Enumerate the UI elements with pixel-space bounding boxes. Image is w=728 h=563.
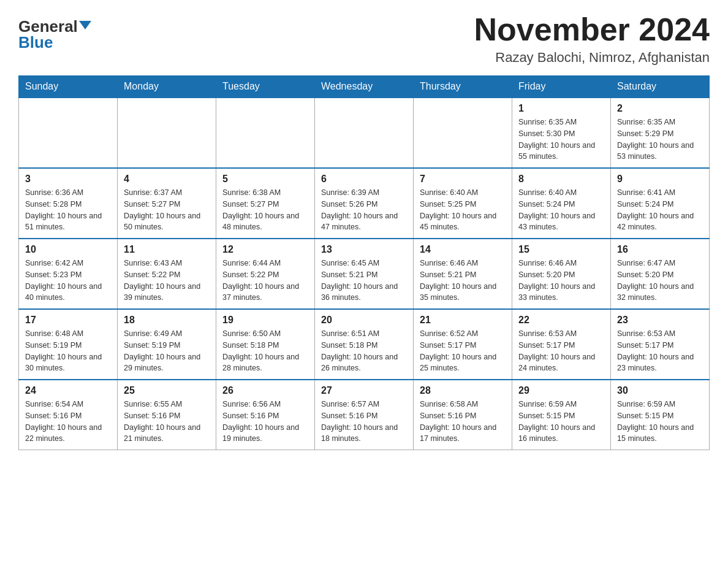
cell-day-number: 8 — [518, 174, 604, 185]
calendar-row: 3Sunrise: 6:36 AMSunset: 5:28 PMDaylight… — [19, 168, 710, 239]
calendar-row: 10Sunrise: 6:42 AMSunset: 5:23 PMDayligh… — [19, 239, 710, 309]
calendar-cell: 26Sunrise: 6:56 AMSunset: 5:16 PMDayligh… — [216, 380, 315, 450]
cell-day-number: 26 — [222, 385, 308, 396]
cell-sun-info: Sunrise: 6:58 AMSunset: 5:16 PMDaylight:… — [420, 399, 506, 445]
logo: General Blue — [18, 18, 91, 50]
cell-sun-info: Sunrise: 6:46 AMSunset: 5:21 PMDaylight:… — [420, 258, 506, 304]
calendar-cell: 1Sunrise: 6:35 AMSunset: 5:30 PMDaylight… — [512, 98, 611, 168]
calendar-cell: 27Sunrise: 6:57 AMSunset: 5:16 PMDayligh… — [315, 380, 414, 450]
calendar-cell: 7Sunrise: 6:40 AMSunset: 5:25 PMDaylight… — [414, 168, 512, 239]
calendar-cell: 6Sunrise: 6:39 AMSunset: 5:26 PMDaylight… — [315, 168, 414, 239]
cell-day-number: 15 — [518, 244, 604, 255]
cell-sun-info: Sunrise: 6:39 AMSunset: 5:26 PMDaylight:… — [321, 187, 407, 233]
calendar-cell: 8Sunrise: 6:40 AMSunset: 5:24 PMDaylight… — [512, 168, 611, 239]
cell-day-number: 7 — [420, 174, 506, 185]
cell-sun-info: Sunrise: 6:54 AMSunset: 5:16 PMDaylight:… — [25, 399, 111, 445]
cell-sun-info: Sunrise: 6:53 AMSunset: 5:17 PMDaylight:… — [617, 328, 703, 374]
cell-day-number: 6 — [321, 174, 407, 185]
calendar-cell — [19, 98, 118, 168]
cell-sun-info: Sunrise: 6:52 AMSunset: 5:17 PMDaylight:… — [420, 328, 506, 374]
cell-day-number: 3 — [25, 174, 111, 185]
calendar-cell: 15Sunrise: 6:46 AMSunset: 5:20 PMDayligh… — [512, 239, 611, 309]
cell-day-number: 25 — [124, 385, 210, 396]
page-subtitle: Razay Balochi, Nimroz, Afghanistan — [474, 50, 710, 66]
calendar-cell: 4Sunrise: 6:37 AMSunset: 5:27 PMDaylight… — [118, 168, 216, 239]
calendar-cell: 18Sunrise: 6:49 AMSunset: 5:19 PMDayligh… — [118, 309, 216, 380]
calendar-cell: 14Sunrise: 6:46 AMSunset: 5:21 PMDayligh… — [414, 239, 512, 309]
weekday-header: Friday — [512, 76, 611, 98]
calendar-cell: 19Sunrise: 6:50 AMSunset: 5:18 PMDayligh… — [216, 309, 315, 380]
cell-day-number: 5 — [222, 174, 308, 185]
cell-sun-info: Sunrise: 6:36 AMSunset: 5:28 PMDaylight:… — [25, 187, 111, 233]
cell-day-number: 4 — [124, 174, 210, 185]
cell-day-number: 19 — [222, 315, 308, 326]
cell-sun-info: Sunrise: 6:38 AMSunset: 5:27 PMDaylight:… — [222, 187, 308, 233]
cell-sun-info: Sunrise: 6:57 AMSunset: 5:16 PMDaylight:… — [321, 399, 407, 445]
calendar-cell: 24Sunrise: 6:54 AMSunset: 5:16 PMDayligh… — [19, 380, 118, 450]
cell-day-number: 30 — [617, 385, 703, 396]
cell-day-number: 1 — [518, 103, 604, 114]
cell-day-number: 11 — [124, 244, 210, 255]
cell-sun-info: Sunrise: 6:35 AMSunset: 5:30 PMDaylight:… — [518, 117, 604, 163]
calendar-cell: 29Sunrise: 6:59 AMSunset: 5:15 PMDayligh… — [512, 380, 611, 450]
cell-day-number: 13 — [321, 244, 407, 255]
cell-day-number: 22 — [518, 315, 604, 326]
calendar-cell: 13Sunrise: 6:45 AMSunset: 5:21 PMDayligh… — [315, 239, 414, 309]
calendar-cell: 11Sunrise: 6:43 AMSunset: 5:22 PMDayligh… — [118, 239, 216, 309]
calendar-cell — [315, 98, 414, 168]
cell-sun-info: Sunrise: 6:40 AMSunset: 5:24 PMDaylight:… — [518, 187, 604, 233]
cell-day-number: 9 — [617, 174, 703, 185]
calendar-cell: 22Sunrise: 6:53 AMSunset: 5:17 PMDayligh… — [512, 309, 611, 380]
cell-sun-info: Sunrise: 6:40 AMSunset: 5:25 PMDaylight:… — [420, 187, 506, 233]
cell-sun-info: Sunrise: 6:41 AMSunset: 5:24 PMDaylight:… — [617, 187, 703, 233]
calendar-cell: 30Sunrise: 6:59 AMSunset: 5:15 PMDayligh… — [611, 380, 710, 450]
calendar-cell: 3Sunrise: 6:36 AMSunset: 5:28 PMDaylight… — [19, 168, 118, 239]
weekday-header: Saturday — [611, 76, 710, 98]
calendar-cell: 21Sunrise: 6:52 AMSunset: 5:17 PMDayligh… — [414, 309, 512, 380]
calendar-cell: 16Sunrise: 6:47 AMSunset: 5:20 PMDayligh… — [611, 239, 710, 309]
cell-sun-info: Sunrise: 6:37 AMSunset: 5:27 PMDaylight:… — [124, 187, 210, 233]
cell-day-number: 14 — [420, 244, 506, 255]
cell-sun-info: Sunrise: 6:48 AMSunset: 5:19 PMDaylight:… — [25, 328, 111, 374]
calendar-cell: 28Sunrise: 6:58 AMSunset: 5:16 PMDayligh… — [414, 380, 512, 450]
calendar-cell: 2Sunrise: 6:35 AMSunset: 5:29 PMDaylight… — [611, 98, 710, 168]
cell-sun-info: Sunrise: 6:47 AMSunset: 5:20 PMDaylight:… — [617, 258, 703, 304]
logo-general: General — [18, 18, 78, 34]
calendar-cell: 12Sunrise: 6:44 AMSunset: 5:22 PMDayligh… — [216, 239, 315, 309]
cell-day-number: 29 — [518, 385, 604, 396]
weekday-header: Thursday — [414, 76, 512, 98]
logo-arrow-icon — [79, 21, 91, 29]
cell-sun-info: Sunrise: 6:50 AMSunset: 5:18 PMDaylight:… — [222, 328, 308, 374]
cell-day-number: 2 — [617, 103, 703, 114]
calendar-table: SundayMondayTuesdayWednesdayThursdayFrid… — [18, 75, 710, 450]
weekday-header: Sunday — [19, 76, 118, 98]
calendar-cell: 9Sunrise: 6:41 AMSunset: 5:24 PMDaylight… — [611, 168, 710, 239]
cell-day-number: 18 — [124, 315, 210, 326]
calendar-cell: 20Sunrise: 6:51 AMSunset: 5:18 PMDayligh… — [315, 309, 414, 380]
logo-blue: Blue — [18, 34, 53, 50]
cell-sun-info: Sunrise: 6:42 AMSunset: 5:23 PMDaylight:… — [25, 258, 111, 304]
cell-sun-info: Sunrise: 6:55 AMSunset: 5:16 PMDaylight:… — [124, 399, 210, 445]
calendar-cell — [118, 98, 216, 168]
weekday-header: Monday — [118, 76, 216, 98]
page-title: November 2024 — [474, 12, 710, 47]
cell-sun-info: Sunrise: 6:51 AMSunset: 5:18 PMDaylight:… — [321, 328, 407, 374]
page-header: General Blue November 2024 Razay Balochi… — [18, 12, 710, 66]
cell-day-number: 28 — [420, 385, 506, 396]
calendar-row: 24Sunrise: 6:54 AMSunset: 5:16 PMDayligh… — [19, 380, 710, 450]
cell-sun-info: Sunrise: 6:46 AMSunset: 5:20 PMDaylight:… — [518, 258, 604, 304]
cell-day-number: 27 — [321, 385, 407, 396]
cell-sun-info: Sunrise: 6:45 AMSunset: 5:21 PMDaylight:… — [321, 258, 407, 304]
weekday-header: Tuesday — [216, 76, 315, 98]
calendar-cell: 23Sunrise: 6:53 AMSunset: 5:17 PMDayligh… — [611, 309, 710, 380]
calendar-header-row: SundayMondayTuesdayWednesdayThursdayFrid… — [19, 76, 710, 98]
calendar-row: 17Sunrise: 6:48 AMSunset: 5:19 PMDayligh… — [19, 309, 710, 380]
cell-sun-info: Sunrise: 6:56 AMSunset: 5:16 PMDaylight:… — [222, 399, 308, 445]
cell-sun-info: Sunrise: 6:49 AMSunset: 5:19 PMDaylight:… — [124, 328, 210, 374]
calendar-cell — [216, 98, 315, 168]
calendar-row: 1Sunrise: 6:35 AMSunset: 5:30 PMDaylight… — [19, 98, 710, 168]
calendar-cell: 25Sunrise: 6:55 AMSunset: 5:16 PMDayligh… — [118, 380, 216, 450]
cell-day-number: 23 — [617, 315, 703, 326]
cell-day-number: 24 — [25, 385, 111, 396]
calendar-cell: 10Sunrise: 6:42 AMSunset: 5:23 PMDayligh… — [19, 239, 118, 309]
